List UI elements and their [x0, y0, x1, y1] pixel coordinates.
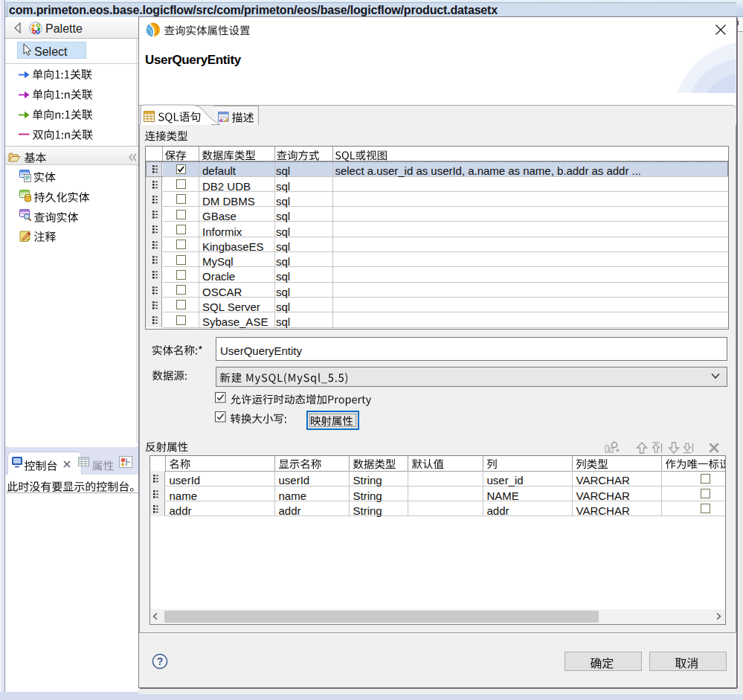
svg-text:?: ? — [157, 655, 164, 667]
